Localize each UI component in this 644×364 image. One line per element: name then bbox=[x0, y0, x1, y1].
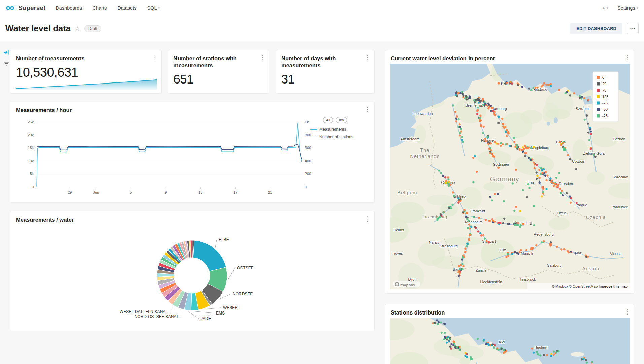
svg-text:© Mapbox © OpenStreetMap Impro: © Mapbox © OpenStreetMap Improve this ma… bbox=[552, 284, 628, 288]
svg-text:1k: 1k bbox=[305, 120, 309, 124]
nav-item-datasets[interactable]: Datasets bbox=[117, 5, 136, 11]
expand-filters-icon bbox=[4, 50, 8, 54]
svg-text:0: 0 bbox=[32, 185, 34, 189]
caret-down-icon: ▾ bbox=[607, 6, 608, 10]
chart-menu-button[interactable]: ⋮ bbox=[258, 54, 267, 61]
svg-text:200: 200 bbox=[305, 172, 311, 176]
svg-text:Cottbus: Cottbus bbox=[572, 159, 585, 163]
chart-title: Current water level deviation in percent bbox=[391, 55, 629, 62]
card-number-of-measurements: Number of measurements ⋮ 10,530,631 bbox=[10, 50, 162, 94]
svg-text:Netherlands: Netherlands bbox=[410, 153, 439, 159]
filter-funnel-icon bbox=[4, 62, 9, 65]
svg-text:Leeuwarden: Leeuwarden bbox=[413, 112, 433, 116]
svg-text:-50: -50 bbox=[602, 107, 608, 111]
navbar-right: +▾ Settings▾ bbox=[602, 5, 638, 11]
plus-icon: + bbox=[602, 5, 605, 11]
draft-badge: Draft bbox=[84, 25, 101, 32]
svg-text:mapbox: mapbox bbox=[400, 283, 416, 287]
svg-text:Regensburg: Regensburg bbox=[534, 232, 554, 236]
svg-text:125: 125 bbox=[602, 95, 608, 99]
card-measurements-per-water: Measurements / water ⋮ ELBEOSTSEENORDSEE… bbox=[10, 211, 375, 331]
svg-text:Kiel: Kiel bbox=[499, 340, 505, 344]
chart-menu-button[interactable]: ⋮ bbox=[623, 308, 632, 316]
caret-down-icon: ▾ bbox=[158, 6, 160, 10]
legend-select-inv-button[interactable]: Inv bbox=[336, 117, 347, 123]
edit-dashboard-button[interactable]: EDIT DASHBOARD bbox=[570, 23, 622, 34]
chart-menu-button[interactable]: ⋮ bbox=[151, 54, 159, 61]
trend-sparkline bbox=[16, 77, 156, 90]
svg-text:Jun: Jun bbox=[93, 190, 99, 194]
svg-text:Salzburg: Salzburg bbox=[547, 263, 561, 267]
svg-text:Szczecin: Szczecin bbox=[576, 107, 590, 111]
svg-text:NORDSEE: NORDSEE bbox=[233, 292, 253, 296]
card-days-with-measurements: Number of days with measurements ⋮ 31 bbox=[276, 50, 375, 94]
svg-text:Ulm: Ulm bbox=[500, 248, 506, 252]
big-number-value: 651 bbox=[173, 72, 264, 87]
svg-text:NORD-OSTSEE-KANAL: NORD-OSTSEE-KANAL bbox=[135, 314, 179, 319]
legend-select-all-button[interactable]: All bbox=[323, 117, 333, 123]
nav-item-charts[interactable]: Charts bbox=[93, 5, 107, 11]
svg-text:Liechtenstein: Liechtenstein bbox=[480, 280, 502, 284]
svg-text:WESER: WESER bbox=[223, 305, 238, 310]
svg-text:25: 25 bbox=[602, 82, 606, 86]
svg-text:Strasbourg: Strasbourg bbox=[440, 244, 458, 248]
legend-item[interactable]: Number of stations bbox=[310, 135, 373, 139]
stations-map-canvas[interactable]: KielRostock bbox=[390, 318, 630, 364]
svg-text:Czechia: Czechia bbox=[586, 214, 606, 220]
exp[interactable] bbox=[3, 49, 9, 55]
svg-text:Nancy: Nancy bbox=[429, 240, 440, 244]
svg-text:Reims: Reims bbox=[393, 228, 404, 232]
svg-text:600: 600 bbox=[305, 146, 311, 150]
svg-text:Germany: Germany bbox=[490, 175, 519, 183]
svg-text:Innsbruck: Innsbruck bbox=[520, 277, 536, 282]
svg-text:Luxembourg: Luxembourg bbox=[423, 214, 447, 219]
legend-swatch bbox=[310, 137, 317, 137]
svg-text:0: 0 bbox=[602, 75, 604, 79]
svg-text:The: The bbox=[420, 147, 429, 153]
superset-logo[interactable]: Superset bbox=[5, 4, 45, 12]
card-water-level-deviation-map: Current water level deviation in percent… bbox=[385, 50, 634, 294]
svg-text:Dresden: Dresden bbox=[559, 181, 573, 186]
card-measurements-per-hour: Measurements / hour ⋮ 05k10k15k20k25k020… bbox=[10, 102, 375, 203]
superset-infinity-icon bbox=[5, 5, 15, 11]
map2-svg: KielRostock bbox=[390, 318, 630, 364]
chart-menu-button[interactable]: ⋮ bbox=[623, 54, 632, 61]
svg-text:Belgium: Belgium bbox=[397, 190, 417, 195]
brand-name: Superset bbox=[18, 4, 45, 12]
svg-text:13: 13 bbox=[198, 190, 202, 194]
svg-text:400: 400 bbox=[305, 159, 311, 163]
page-title: Water level data bbox=[5, 23, 71, 34]
fil[interactable] bbox=[3, 61, 9, 67]
chart-menu-button[interactable]: ⋮ bbox=[363, 54, 372, 61]
svg-text:Plzeň: Plzeň bbox=[557, 211, 566, 215]
caret-down-icon: ▾ bbox=[636, 6, 638, 10]
legend-swatch bbox=[310, 129, 317, 130]
svg-text:OSTSEE: OSTSEE bbox=[237, 266, 254, 270]
nav-item-sql[interactable]: SQL▾ bbox=[147, 5, 160, 11]
nav-item-dashboards[interactable]: Dashboards bbox=[56, 5, 82, 11]
line-chart-legend: AllInvMeasurementsNumber of stations bbox=[310, 117, 373, 142]
deviation-map-canvas[interactable]: TheNetherlandsGermanyBelgiumLuxembourgCz… bbox=[390, 64, 630, 289]
svg-text:Austria: Austria bbox=[582, 266, 600, 271]
svg-text:5k: 5k bbox=[30, 172, 34, 176]
svg-text:0: 0 bbox=[305, 185, 307, 189]
svg-text:Rostock: Rostock bbox=[534, 345, 548, 350]
favorite-star-icon[interactable]: ☆ bbox=[75, 25, 80, 32]
legend-item[interactable]: Measurements bbox=[310, 127, 373, 132]
chart-title: Stations distribution bbox=[391, 309, 629, 316]
card-stations-with-measurements: Number of stations with measurements ⋮ 6… bbox=[168, 50, 269, 94]
more-options-button[interactable]: ··· bbox=[627, 23, 639, 34]
new-menu-button[interactable]: +▾ bbox=[602, 5, 608, 11]
top-navbar: Superset DashboardsChartsDatasetsSQL▾ +▾… bbox=[0, 0, 644, 16]
svg-text:EMS: EMS bbox=[216, 311, 225, 316]
chart-title: Number of stations with measurements bbox=[173, 55, 254, 69]
svg-text:Frankfurt: Frankfurt bbox=[470, 209, 485, 213]
svg-text:Troyes: Troyes bbox=[392, 251, 403, 255]
card-stations-distribution-map: Stations distribution ⋮ KielRostock bbox=[385, 304, 634, 364]
svg-text:ELBE: ELBE bbox=[219, 237, 229, 242]
settings-menu-button[interactable]: Settings▾ bbox=[617, 5, 638, 11]
svg-text:WESEL-DATTELN-KANAL: WESEL-DATTELN-KANAL bbox=[120, 309, 168, 314]
settings-label: Settings bbox=[617, 5, 635, 11]
chart-title: Number of measurements bbox=[16, 55, 97, 62]
svg-text:-75: -75 bbox=[602, 101, 608, 105]
